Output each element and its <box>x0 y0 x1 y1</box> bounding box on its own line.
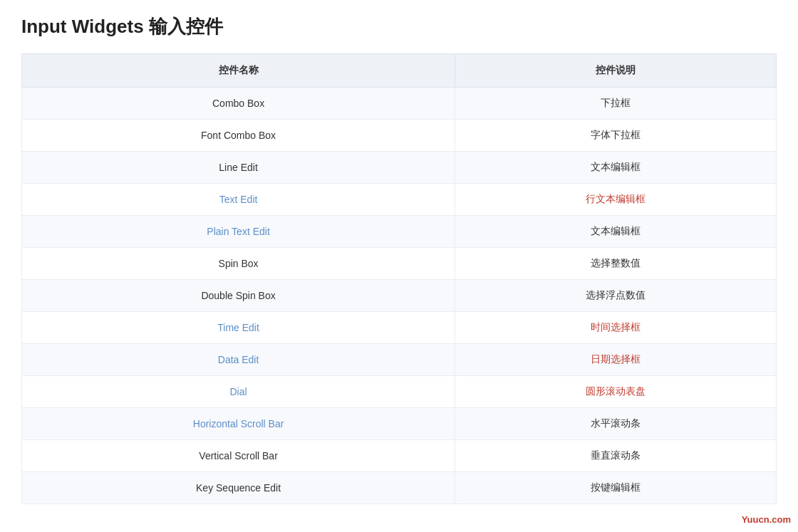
table-row: Data Edit日期选择框 <box>22 344 777 376</box>
widget-desc-text: 选择整数值 <box>591 257 641 268</box>
table-row: Spin Box选择整数值 <box>22 248 777 280</box>
widget-desc-link[interactable]: 日期选择框 <box>591 353 641 365</box>
widgets-table: 控件名称 控件说明 Combo Box下拉框Font Combo Box字体下拉… <box>21 53 777 504</box>
widget-desc-cell[interactable]: 日期选择框 <box>455 344 777 376</box>
widget-name-cell[interactable]: Text Edit <box>22 184 455 216</box>
widget-desc-link[interactable]: 时间选择框 <box>591 321 641 333</box>
widget-name-cell[interactable]: Horizontal Scroll Bar <box>22 408 455 440</box>
widget-desc-cell: 下拉框 <box>455 88 777 120</box>
table-row: Dial圆形滚动表盘 <box>22 376 777 408</box>
watermark: Yuucn.com <box>742 514 791 518</box>
widget-name-cell: Spin Box <box>22 248 455 280</box>
widget-desc-link[interactable]: 圆形滚动表盘 <box>586 385 646 397</box>
table-header-row: 控件名称 控件说明 <box>22 54 777 88</box>
table-row: Horizontal Scroll Bar水平滚动条 <box>22 408 777 440</box>
widget-desc-cell: 垂直滚动条 <box>455 440 777 472</box>
table-row: Combo Box下拉框 <box>22 88 777 120</box>
widget-desc-text: 水平滚动条 <box>591 417 641 429</box>
widget-name-text: Line Edit <box>219 162 257 173</box>
widget-name-cell: Combo Box <box>22 88 455 120</box>
widget-desc-cell[interactable]: 行文本编辑框 <box>455 184 777 216</box>
widget-desc-link[interactable]: 行文本编辑框 <box>586 193 646 204</box>
widget-name-text: Combo Box <box>212 98 264 109</box>
widget-name-link[interactable]: Dial <box>230 386 247 397</box>
widget-desc-cell: 按键编辑框 <box>455 472 777 504</box>
widget-desc-text: 按键编辑框 <box>591 481 641 493</box>
widget-desc-cell[interactable]: 圆形滚动表盘 <box>455 376 777 408</box>
col-header-desc: 控件说明 <box>455 54 777 88</box>
widget-desc-cell: 水平滚动条 <box>455 408 777 440</box>
widget-desc-cell[interactable]: 时间选择框 <box>455 312 777 344</box>
widget-desc-cell: 文本编辑框 <box>455 216 777 248</box>
widget-desc-text: 下拉框 <box>601 97 631 108</box>
table-row: Time Edit时间选择框 <box>22 312 777 344</box>
widget-name-link[interactable]: Data Edit <box>218 354 259 365</box>
widget-name-link[interactable]: Time Edit <box>217 322 259 333</box>
widget-desc-text: 选择浮点数值 <box>586 289 646 301</box>
widget-name-cell: Font Combo Box <box>22 120 455 152</box>
widget-name-text: Vertical Scroll Bar <box>199 450 277 461</box>
widget-name-link[interactable]: Text Edit <box>219 194 258 205</box>
widget-name-cell[interactable]: Plain Text Edit <box>22 216 455 248</box>
widget-name-cell: Line Edit <box>22 152 455 184</box>
page-title: Input Widgets 输入控件 <box>21 14 777 39</box>
widget-desc-text: 文本编辑框 <box>591 225 641 236</box>
widget-name-link[interactable]: Plain Text Edit <box>207 226 269 237</box>
widget-name-cell: Key Sequence Edit <box>22 472 455 504</box>
col-header-name: 控件名称 <box>22 54 455 88</box>
table-row: Font Combo Box字体下拉框 <box>22 120 777 152</box>
widget-name-text: Key Sequence Edit <box>196 482 281 494</box>
widget-desc-cell: 选择浮点数值 <box>455 280 777 312</box>
table-row: Key Sequence Edit按键编辑框 <box>22 472 777 504</box>
widget-name-cell: Vertical Scroll Bar <box>22 440 455 472</box>
table-row: Text Edit行文本编辑框 <box>22 184 777 216</box>
widget-desc-cell: 字体下拉框 <box>455 120 777 152</box>
widget-desc-text: 垂直滚动条 <box>591 449 641 461</box>
widget-name-cell[interactable]: Dial <box>22 376 455 408</box>
widget-name-text: Font Combo Box <box>201 130 276 141</box>
table-row: Double Spin Box选择浮点数值 <box>22 280 777 312</box>
table-row: Vertical Scroll Bar垂直滚动条 <box>22 440 777 472</box>
widget-desc-cell: 选择整数值 <box>455 248 777 280</box>
widget-name-cell[interactable]: Data Edit <box>22 344 455 376</box>
widget-name-text: Spin Box <box>219 258 259 269</box>
widget-name-text: Double Spin Box <box>201 290 275 301</box>
widget-desc-text: 文本编辑框 <box>591 161 641 172</box>
widget-desc-cell: 文本编辑框 <box>455 152 777 184</box>
table-row: Line Edit文本编辑框 <box>22 152 777 184</box>
widget-name-cell: Double Spin Box <box>22 280 455 312</box>
widget-name-cell[interactable]: Time Edit <box>22 312 455 344</box>
widget-desc-text: 字体下拉框 <box>591 129 641 140</box>
table-row: Plain Text Edit文本编辑框 <box>22 216 777 248</box>
widget-name-link[interactable]: Horizontal Scroll Bar <box>193 418 284 429</box>
